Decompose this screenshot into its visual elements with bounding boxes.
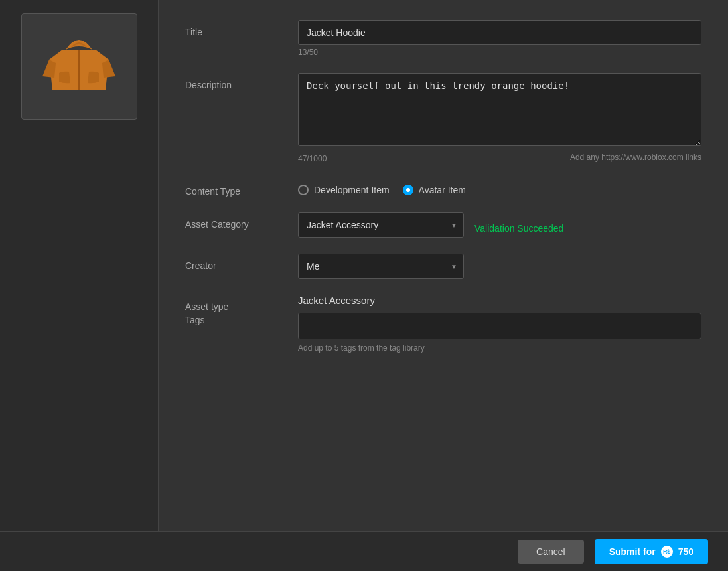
description-char-count: 47/1000 bbox=[298, 154, 327, 163]
creator-select[interactable]: Me Group bbox=[298, 254, 464, 279]
creator-control: Me Group bbox=[298, 254, 701, 279]
creator-row: Creator Me Group bbox=[185, 254, 701, 279]
development-item-label: Development Item bbox=[314, 185, 390, 195]
title-control: 13/50 bbox=[298, 20, 701, 57]
asset-category-label: Asset Category bbox=[185, 212, 298, 230]
right-panel: Title 13/50 Description Deck yourself ou… bbox=[159, 0, 728, 531]
development-item-option[interactable]: Development Item bbox=[298, 185, 390, 195]
title-input[interactable] bbox=[298, 20, 701, 45]
description-control: Deck yourself out in this trendy orange … bbox=[298, 73, 701, 163]
robux-symbol: R$ bbox=[663, 548, 671, 555]
creator-select-wrap: Me Group bbox=[298, 254, 464, 279]
asset-category-inline: Jacket Accessory Hat Hair Face Shirt Pan… bbox=[298, 212, 701, 238]
description-row: Description Deck yourself out in this tr… bbox=[185, 73, 701, 163]
asset-category-row: Asset Category Jacket Accessory Hat Hair… bbox=[185, 212, 701, 238]
left-panel bbox=[0, 0, 158, 531]
creator-label: Creator bbox=[185, 254, 298, 271]
title-row: Title 13/50 bbox=[185, 20, 701, 57]
content-type-control: Development Item Avatar Item bbox=[298, 179, 701, 195]
content-type-radio-group: Development Item Avatar Item bbox=[298, 179, 701, 195]
submit-label: Submit for bbox=[609, 546, 656, 557]
title-char-count: 13/50 bbox=[298, 48, 701, 57]
cancel-button[interactable]: Cancel bbox=[518, 540, 584, 564]
asset-type-tags-label: Asset type Tags bbox=[185, 295, 298, 325]
asset-category-control: Jacket Accessory Hat Hair Face Shirt Pan… bbox=[298, 212, 701, 238]
submit-button[interactable]: Submit for R$ 750 bbox=[595, 539, 708, 564]
avatar-item-label: Avatar Item bbox=[419, 185, 466, 195]
content-type-row: Content Type Development Item Avatar Ite… bbox=[185, 179, 701, 197]
preview-box bbox=[21, 13, 137, 120]
title-label: Title bbox=[185, 20, 298, 37]
tags-label: Tags bbox=[185, 315, 298, 325]
description-label: Description bbox=[185, 73, 298, 90]
robux-icon: R$ bbox=[661, 546, 673, 558]
jacket-preview-image bbox=[42, 23, 115, 110]
avatar-item-radio[interactable] bbox=[403, 185, 413, 195]
description-input[interactable]: Deck yourself out in this trendy orange … bbox=[298, 73, 701, 146]
development-item-radio[interactable] bbox=[298, 185, 309, 195]
asset-type-tags-control: Jacket Accessory Add up to 5 tags from t… bbox=[298, 295, 701, 353]
validation-success-text: Validation Succeeded bbox=[474, 216, 563, 234]
tags-input[interactable] bbox=[298, 313, 701, 339]
asset-type-label: Asset type bbox=[185, 301, 298, 312]
asset-type-tags-row: Asset type Tags Jacket Accessory Add up … bbox=[185, 295, 701, 353]
asset-category-select[interactable]: Jacket Accessory Hat Hair Face Shirt Pan… bbox=[298, 212, 464, 238]
description-footer: 47/1000 Add any https://www.roblox.com l… bbox=[298, 151, 701, 163]
submit-price: 750 bbox=[678, 546, 693, 557]
avatar-item-option[interactable]: Avatar Item bbox=[403, 185, 466, 195]
asset-category-select-wrap: Jacket Accessory Hat Hair Face Shirt Pan… bbox=[298, 212, 464, 238]
tags-note: Add up to 5 tags from the tag library bbox=[298, 343, 701, 353]
roblox-links-note: Add any https://www.roblox.com links bbox=[570, 153, 701, 162]
footer-bar: Cancel Submit for R$ 750 bbox=[0, 531, 728, 571]
asset-type-value: Jacket Accessory bbox=[298, 295, 701, 306]
content-type-label: Content Type bbox=[185, 179, 298, 197]
